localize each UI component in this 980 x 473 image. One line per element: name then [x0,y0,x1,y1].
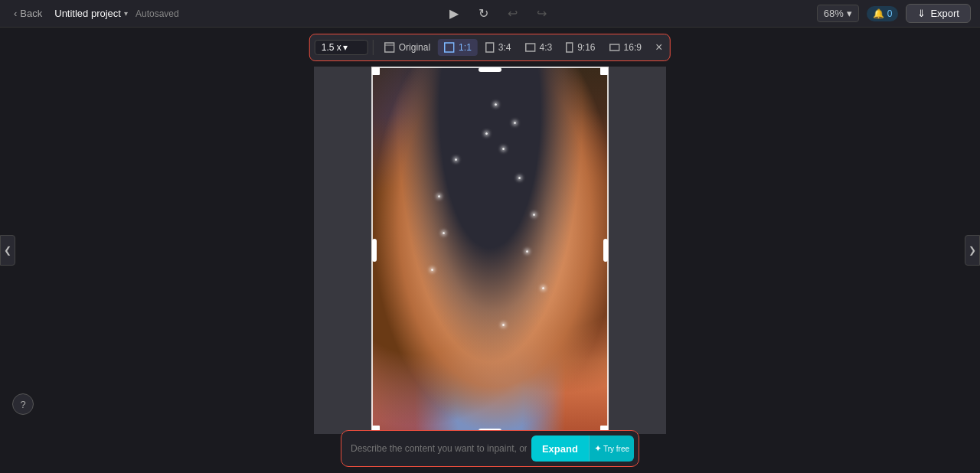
download-icon: ⇓ [917,8,926,19]
notification-badge[interactable]: 🔔 0 [867,6,899,21]
try-free-label: Try free [603,445,629,453]
ratio-original-label: Original [399,42,430,53]
ratio-3-4-button[interactable]: 3:4 [479,39,518,56]
prompt-input[interactable] [351,443,527,454]
top-bar-center: ▶ ↻ ↩ ↪ [443,3,552,24]
redo-button[interactable]: ↪ [531,3,552,24]
back-arrow-icon: ‹ [14,8,17,19]
autosaved-label: Autosaved [136,8,179,19]
photo-canvas[interactable] [371,67,609,434]
sparkle-11 [443,232,445,234]
export-button[interactable]: ⇓ Export [906,4,971,23]
crop-close-button[interactable]: × [652,38,665,57]
svg-rect-3 [486,43,494,52]
ratio-3-4-icon [485,42,495,53]
canvas-area: ❮ ❯ ? [0,28,980,473]
help-icon: ? [20,399,25,410]
back-button[interactable]: ‹ Back [9,5,47,21]
image-center [371,67,609,434]
sparkle-12 [431,269,433,271]
project-name[interactable]: Untitled project ▾ [54,8,128,19]
svg-rect-0 [385,43,394,52]
scale-value: 1.5 x [322,42,341,53]
ratio-9-16-icon [566,42,573,53]
rotate-icon: ↻ [479,6,488,21]
sparkle-10 [438,195,440,197]
canvas-wrapper [314,67,666,434]
ratio-16-9-label: 16:9 [624,42,642,53]
zoom-control[interactable]: 68% ▾ [817,5,859,22]
chevron-left-icon: ❮ [4,245,11,256]
crop-toolbar: 1.5 x ▾ Original 1:1 3:4 4:3 9:16 [309,34,671,61]
ratio-original-button[interactable]: Original [378,39,436,56]
ratio-16-9-button[interactable]: 16:9 [603,39,648,56]
rotate-button[interactable]: ↻ [472,3,494,24]
sparkle-5 [533,214,535,216]
sparkle-7 [455,158,457,161]
svg-rect-6 [610,44,619,51]
ratio-1-1-icon [444,42,455,53]
sparkle-3 [514,122,516,124]
undo-icon: ↩ [508,6,518,21]
sparkle-2 [502,148,505,150]
original-ratio-icon [384,42,395,53]
prompt-bar: Expand ✦ Try free [341,430,639,467]
photo-figure [371,67,609,434]
expand-main-button[interactable]: Expand [531,435,589,462]
top-bar-right: 68% ▾ 🔔 0 ⇓ Export [817,4,971,23]
wand-icon: ✦ [594,443,602,454]
notification-count: 0 [887,8,893,19]
ratio-3-4-label: 3:4 [498,42,511,53]
sparkle-6 [526,250,528,253]
ratio-1-1-button[interactable]: 1:1 [438,39,478,56]
svg-rect-4 [525,44,534,51]
prev-nav-button[interactable]: ❮ [0,235,15,266]
undo-button[interactable]: ↩ [501,3,523,24]
play-icon: ▶ [449,6,459,21]
close-icon: × [655,41,662,54]
ratio-4-3-icon [524,43,535,52]
top-bar-left: ‹ Back Untitled project ▾ Autosaved [9,5,179,21]
scale-chevron-icon: ▾ [343,42,348,53]
chevron-down-icon: ▾ [124,9,128,18]
expand-button-group: Expand ✦ Try free [531,435,634,462]
play-button[interactable]: ▶ [443,3,465,24]
next-nav-button[interactable]: ❯ [965,235,980,266]
left-gray-panel [314,67,371,434]
zoom-value: 68% [824,8,844,19]
export-label: Export [930,8,959,19]
ratio-1-1-label: 1:1 [459,42,472,53]
chevron-right-icon: ❯ [969,245,976,256]
ratio-4-3-button[interactable]: 4:3 [518,39,558,56]
ratio-9-16-button[interactable]: 9:16 [560,39,601,56]
ratio-16-9-icon [609,44,620,51]
crop-divider [373,40,374,55]
svg-rect-5 [567,43,573,52]
ratio-4-3-label: 4:3 [539,42,552,53]
project-name-text: Untitled project [54,8,121,19]
svg-rect-2 [445,43,454,52]
zoom-chevron-icon: ▾ [847,8,852,19]
try-free-badge[interactable]: ✦ Try free [589,435,634,462]
redo-icon: ↪ [537,6,547,21]
sparkle-13 [502,324,505,326]
top-bar: ‹ Back Untitled project ▾ Autosaved ▶ ↻ … [0,0,980,28]
help-button[interactable]: ? [12,393,34,415]
crop-frame [314,67,666,434]
ratio-9-16-label: 9:16 [577,42,595,53]
crop-scale-input[interactable]: 1.5 x ▾ [315,40,368,55]
back-label: Back [20,8,42,19]
expand-label: Expand [542,443,578,455]
right-gray-panel [609,67,666,434]
notification-icon: 🔔 [873,8,884,19]
